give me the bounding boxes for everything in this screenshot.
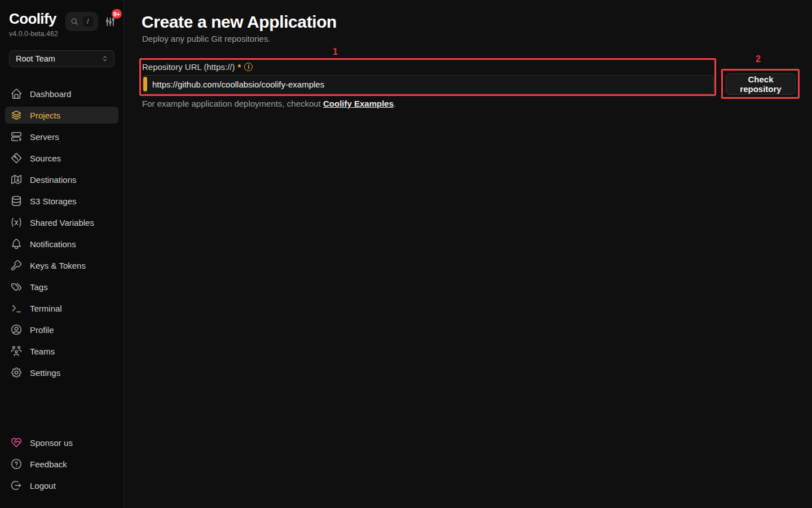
sidebar-item-sponsor-us[interactable]: Sponsor us [5, 434, 118, 451]
repository-url-field [142, 75, 714, 94]
header-actions: / 9+ [65, 12, 116, 31]
repository-url-label: Repository URL (https://) * i [142, 62, 253, 72]
sidebar-item-label: Shared Variables [30, 218, 94, 227]
check-repository-button[interactable]: Check repository [726, 73, 796, 95]
team-selector-value: Root Team [16, 54, 55, 63]
main-content: Create a new Application Deploy any publ… [124, 0, 812, 508]
sidebar-item-label: Terminal [30, 304, 62, 313]
sidebar-item-label: Logout [30, 481, 56, 491]
helper-text: For example application deployments, che… [142, 99, 396, 108]
git-diamond-icon [10, 152, 23, 164]
user-circle-icon [10, 323, 23, 336]
sidebar-item-label: Destinations [30, 175, 77, 185]
sidebar-spacer [0, 381, 123, 434]
logout-icon [10, 479, 23, 492]
coolify-examples-link[interactable]: Coolify Examples [323, 99, 394, 108]
repository-url-label-text: Repository URL (https://) [142, 62, 235, 72]
sidebar-item-settings[interactable]: Settings [5, 364, 118, 381]
sidebar-item-notifications[interactable]: Notifications [5, 235, 118, 252]
team-selector[interactable]: Root Team [9, 50, 114, 67]
layers-icon [10, 109, 23, 121]
tag-icon [10, 281, 23, 293]
required-marker: * [238, 62, 241, 72]
sidebar-item-label: Sponsor us [30, 438, 73, 448]
sidebar-item-teams[interactable]: Teams [5, 343, 118, 360]
database-icon [10, 195, 23, 207]
app-version: v4.0.0-beta.462 [9, 30, 58, 38]
sidebar-item-terminal[interactable]: Terminal [5, 300, 118, 317]
sidebar-item-label: Notifications [30, 239, 76, 249]
app-logo: Coolify [9, 10, 58, 27]
sidebar-item-feedback[interactable]: Feedback [5, 456, 118, 472]
annotation-number-1: 1 [333, 47, 338, 57]
sidebar-item-label: Profile [30, 325, 54, 335]
helper-text-prefix: For example application deployments, che… [142, 99, 323, 108]
page-title: Create a new Application [142, 12, 337, 32]
annotation-number-2: 2 [756, 54, 761, 64]
help-circle-icon [10, 458, 23, 470]
sidebar-item-s3-storages[interactable]: S3 Storages [5, 192, 118, 209]
sidebar-item-label: Dashboard [30, 89, 71, 99]
sidebar-item-label: Projects [30, 111, 60, 120]
sidebar-item-destinations[interactable]: Destinations [5, 171, 118, 188]
users-group-icon [10, 345, 23, 357]
sidebar-item-label: Teams [30, 347, 55, 356]
sidebar-item-profile[interactable]: Profile [5, 321, 118, 338]
sidebar-item-sources[interactable]: Sources [5, 150, 118, 167]
slash-key-hint: / [83, 16, 93, 27]
heart-hands-icon [10, 436, 23, 449]
sidebar-item-label: S3 Storages [30, 196, 77, 206]
sidebar-footer-nav: Sponsor us Feedback Logout [0, 434, 123, 494]
sidebar-item-label: Settings [30, 368, 60, 378]
sidebar-item-label: Keys & Tokens [30, 261, 86, 270]
sidebar-item-label: Feedback [30, 459, 67, 469]
map-icon [10, 173, 23, 186]
sidebar-item-shared-variables[interactable]: Shared Variables [5, 214, 118, 231]
selector-chevrons-icon [101, 55, 109, 63]
sidebar-item-label: Servers [30, 132, 59, 142]
bell-icon [10, 238, 23, 250]
notifications-menu-button[interactable]: 9+ [104, 16, 116, 30]
server-icon [10, 130, 23, 143]
sidebar-item-logout[interactable]: Logout [5, 477, 118, 494]
repository-url-input[interactable] [143, 76, 713, 93]
sidebar: Coolify v4.0.0-beta.462 / 9+ Root Team [0, 0, 124, 508]
search-button[interactable]: / [65, 12, 98, 31]
home-icon [10, 87, 23, 100]
info-icon[interactable]: i [244, 63, 253, 71]
sidebar-item-tags[interactable]: Tags [5, 278, 118, 295]
sidebar-nav: Dashboard Projects Servers Sources Desti… [0, 85, 123, 381]
sidebar-item-projects[interactable]: Projects [5, 107, 118, 124]
sidebar-item-label: Tags [30, 282, 48, 292]
variable-icon [10, 216, 23, 229]
helper-text-suffix: . [394, 99, 396, 108]
notification-count-badge[interactable]: 9+ [112, 9, 122, 19]
sidebar-item-label: Sources [30, 154, 61, 163]
terminal-icon [10, 302, 23, 314]
logo-block: Coolify v4.0.0-beta.462 [9, 10, 58, 38]
sidebar-item-servers[interactable]: Servers [5, 128, 118, 145]
sidebar-item-keys-tokens[interactable]: Keys & Tokens [5, 257, 118, 274]
sidebar-header: Coolify v4.0.0-beta.462 / 9+ [0, 10, 123, 38]
page-subtitle: Deploy any public Git repositories. [142, 34, 271, 43]
key-icon [10, 259, 23, 271]
gear-icon [10, 366, 23, 379]
sidebar-item-dashboard[interactable]: Dashboard [5, 85, 118, 102]
search-icon [70, 17, 79, 26]
